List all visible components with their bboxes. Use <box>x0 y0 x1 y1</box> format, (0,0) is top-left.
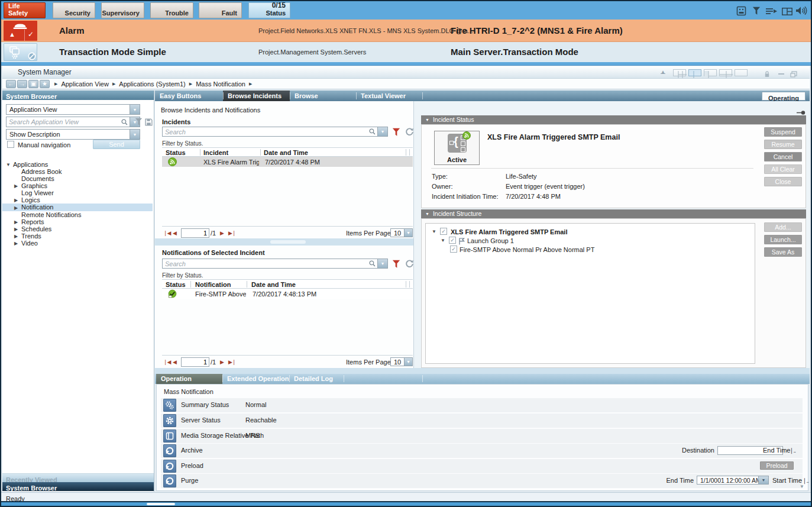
breadcrumb-item[interactable]: Mass Notification <box>196 80 245 88</box>
chevron-down-icon[interactable]: ▼ <box>758 476 768 484</box>
minimize-icon[interactable] <box>778 73 784 75</box>
layout-two-pane-icon[interactable] <box>688 69 701 76</box>
fault-button[interactable]: Fault <box>199 2 242 18</box>
alarm-source-icon[interactable]: ▲ ✓ <box>4 21 37 41</box>
notifications-search-input[interactable] <box>163 260 367 267</box>
tree-item-log-viewer[interactable]: Log Viewer <box>2 189 153 196</box>
event-filter-icon[interactable] <box>752 7 761 18</box>
tree-item-applications[interactable]: ▼Applications <box>2 161 153 168</box>
column-status[interactable]: Status <box>166 148 186 157</box>
tree-item-notification[interactable]: ▶Notification <box>2 204 153 211</box>
incidents-refresh-icon[interactable] <box>405 127 414 138</box>
launch-button[interactable]: Launch... <box>764 235 802 244</box>
tree-item-remote-notifications[interactable]: Remote Notifications <box>2 211 153 218</box>
column-incident[interactable]: Incident <box>203 148 228 157</box>
notifications-search-box[interactable]: ▼ <box>162 259 388 269</box>
next-page-icon[interactable]: ▶ <box>220 230 224 236</box>
browser-filter-icon[interactable] <box>135 118 143 128</box>
column-notification[interactable]: Notification <box>195 280 231 289</box>
layout-quad-left-icon[interactable] <box>673 69 686 76</box>
notifications-table-body[interactable] <box>162 299 413 356</box>
chevron-down-icon[interactable]: ▼ <box>130 105 140 114</box>
supervisory-button[interactable]: Supervisory <box>101 2 144 18</box>
save-as-button[interactable]: Save As <box>764 247 802 257</box>
operating-mode-button[interactable]: Operating <box>762 92 805 101</box>
tab-textual-viewer[interactable]: Textual Viewer <box>356 91 422 101</box>
event-panel-icon[interactable] <box>736 6 746 18</box>
add-button[interactable]: Add... <box>764 222 802 232</box>
view-selector[interactable]: Application View ▼ <box>6 104 140 115</box>
structure-checkbox[interactable]: ✓ <box>450 246 457 253</box>
system-browser-footer-bar[interactable]: System Browser <box>2 482 154 491</box>
items-per-page-select[interactable]: 10 ▼ <box>390 357 413 366</box>
tab-detailed-log[interactable]: Detailed Log <box>289 374 344 384</box>
end-time-picker-handle[interactable]: ❘.. <box>789 447 795 454</box>
forward-button[interactable]: → <box>17 80 27 88</box>
incidents-search-box[interactable]: ▼ <box>162 127 388 137</box>
collapse-expander-icon[interactable]: ▼ <box>441 238 445 243</box>
op-row-preload[interactable]: Preload Preload <box>161 459 803 473</box>
tree-item-documents[interactable]: Documents <box>2 175 153 182</box>
cancel-button[interactable]: Cancel <box>764 152 802 162</box>
layout-left-pane-icon[interactable] <box>704 69 717 76</box>
tab-extended-operation[interactable]: Extended Operation <box>222 374 289 384</box>
prev-page-icon[interactable]: ◀ <box>173 359 176 365</box>
search-icon[interactable] <box>367 260 377 267</box>
event-row-alarm[interactable]: ▲ ✓ Alarm Project.Field Networks.XLS XNE… <box>1 20 811 42</box>
structure-root-row[interactable]: ▼ ✓ XLS Fire Alarm Triggered SMTP Email <box>426 228 755 236</box>
notification-row[interactable]: Fire-SMTP Above No 7/20/2017 4:48:13 PM <box>162 289 413 299</box>
page-number-input[interactable] <box>181 357 209 367</box>
resume-button[interactable]: Resume <box>764 140 802 149</box>
back-button[interactable]: ← <box>6 80 16 88</box>
breadcrumb-item[interactable]: Applications (System1) <box>119 80 186 88</box>
last-page-icon[interactable]: ▶❘ <box>228 359 235 365</box>
incident-row[interactable]: XLS Fire Alarm Triggere 7/20/2017 4:48 P… <box>162 157 413 167</box>
preload-button[interactable]: Preload <box>760 461 794 470</box>
tree-item-reports[interactable]: ▶Reports <box>2 218 153 225</box>
structure-checkbox[interactable]: ✓ <box>449 237 456 244</box>
horizontal-splitter[interactable] <box>155 238 413 246</box>
incident-status-header[interactable]: ▼ Incident Status <box>421 115 806 124</box>
tab-easy-buttons[interactable]: Easy Buttons <box>155 91 223 101</box>
collapse-icon[interactable]: ▼ <box>425 209 429 218</box>
op-row-media-storage[interactable]: Media Storage Relative Path MNS <box>161 429 803 443</box>
recent-views-button[interactable]: ▣ <box>28 80 38 88</box>
op-row-purge[interactable]: Purge End Time 1/1/0001 12:00:00 AM ▼ St… <box>161 474 803 488</box>
tree-item-address-book[interactable]: Address Book <box>2 168 153 175</box>
column-datetime[interactable]: Date and Time <box>251 280 296 289</box>
tree-item-trends[interactable]: ▶Trends <box>2 232 153 240</box>
notifications-filter-icon[interactable] <box>392 260 400 271</box>
scroll-down-icon[interactable]: ▼ <box>800 484 804 489</box>
event-row-transaction-mode[interactable]: Transaction Mode Simple Project.Manageme… <box>1 42 811 62</box>
close-button[interactable]: Close <box>764 177 802 186</box>
last-page-icon[interactable]: ▶❘ <box>228 230 235 236</box>
chevron-down-icon[interactable]: ▼ <box>130 130 140 139</box>
tree-item-graphics[interactable]: ▶Graphics <box>2 182 153 189</box>
op-row-server-status[interactable]: Server Status Reachable <box>161 414 803 428</box>
event-list-icon[interactable] <box>766 7 777 18</box>
collapse-pane-icon[interactable]: ▲ <box>661 69 665 75</box>
column-status[interactable]: Status <box>166 280 186 289</box>
first-page-icon[interactable]: ❘◀ <box>163 359 170 365</box>
page-number-input[interactable] <box>181 228 209 238</box>
op-row-summary-status[interactable]: Summary Status Normal <box>161 398 803 412</box>
suspend-button[interactable]: Suspend <box>764 127 802 137</box>
display-selector[interactable]: Show Description ▼ <box>6 129 140 140</box>
all-clear-button[interactable]: All Clear <box>764 164 802 174</box>
chevron-down-icon[interactable]: ▼ <box>377 259 387 268</box>
structure-leaf-row[interactable]: ✓ Fire-SMTP Above Normal Pr Above Normal… <box>426 246 755 254</box>
purge-end-time-select[interactable]: 1/1/0001 12:00:00 AM ▼ <box>697 476 769 485</box>
structure-checkbox[interactable]: ✓ <box>440 228 447 235</box>
save-search-icon[interactable] <box>145 118 153 128</box>
manual-navigation-checkbox[interactable] <box>7 141 14 148</box>
prev-page-icon[interactable]: ◀ <box>173 230 176 236</box>
column-datetime[interactable]: Date and Time <box>264 148 308 157</box>
tab-browse-notifications[interactable]: Browse Notifications <box>290 91 356 101</box>
collapse-icon[interactable]: ▼ <box>425 115 429 124</box>
send-button[interactable]: Send <box>93 140 140 149</box>
sound-icon[interactable] <box>795 6 807 18</box>
search-icon[interactable] <box>119 119 130 125</box>
recently-viewed-bar[interactable]: Recently Viewed <box>2 473 154 482</box>
chevron-down-icon[interactable]: ▼ <box>404 229 412 237</box>
op-row-archive[interactable]: Archive Destination End Time ❘.. <box>161 444 803 458</box>
